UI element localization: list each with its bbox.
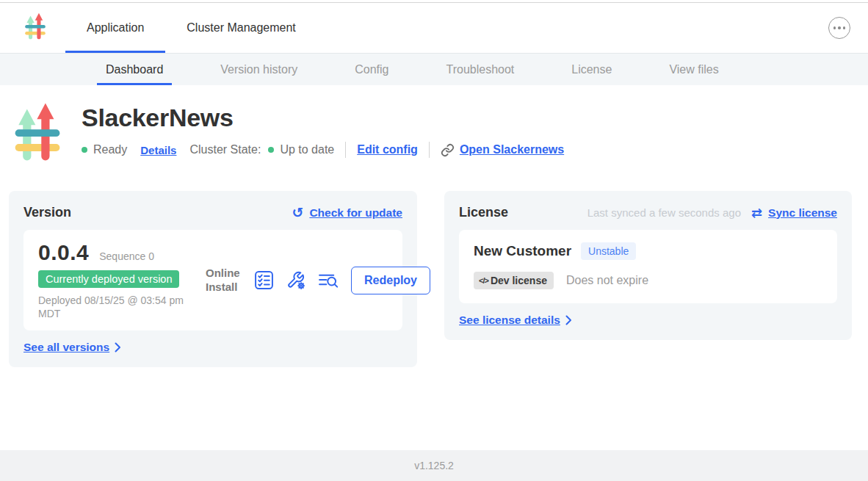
- app-header: SlackerNews Ready Details Cluster State:…: [13, 102, 852, 166]
- subnav-tab-license[interactable]: License: [546, 54, 637, 85]
- license-card: License Last synced a few seconds ago ⇄ …: [444, 191, 852, 340]
- ellipsis-dot: [838, 26, 841, 29]
- subnav-tab-version-history[interactable]: Version history: [195, 54, 322, 85]
- top-nav-right: [828, 3, 850, 53]
- license-expiration: Does not expire: [566, 274, 648, 287]
- subnav-tab-view-files-label: View files: [669, 63, 718, 76]
- version-card-title: Version: [23, 205, 71, 220]
- version-sequence: Sequence 0: [99, 250, 154, 262]
- link-chain-icon: [441, 143, 455, 157]
- app-status-row: Ready Details Cluster State: Up to date …: [82, 142, 564, 158]
- license-card-title: License: [459, 205, 508, 220]
- brand-logo[interactable]: [24, 3, 46, 53]
- app-status-dot: [82, 147, 87, 153]
- tab-application-label: Application: [87, 21, 144, 35]
- subnav-tab-license-label: License: [571, 63, 612, 76]
- subnav-tab-view-files[interactable]: View files: [644, 54, 743, 85]
- cluster-state-dot: [268, 147, 274, 153]
- version-number-row: 0.0.4 Sequence 0: [38, 240, 206, 265]
- tab-cluster-management[interactable]: Cluster Management: [165, 3, 317, 53]
- current-version-info: 0.0.4 Sequence 0 Currently deployed vers…: [38, 240, 206, 320]
- deployed-timestamp: Deployed 08/15/25 @ 03:54 pm MDT: [38, 294, 201, 320]
- code-icon: </>: [479, 276, 488, 285]
- preflight-checks-icon[interactable]: [254, 270, 274, 290]
- tab-cluster-management-label: Cluster Management: [187, 21, 296, 35]
- app-logo-icon: [13, 102, 62, 166]
- see-license-details-link[interactable]: See license details: [459, 314, 560, 327]
- see-all-versions-link[interactable]: See all versions: [23, 341, 109, 354]
- customer-name: New Customer: [474, 243, 571, 259]
- subnav-tab-dashboard[interactable]: Dashboard: [81, 54, 188, 85]
- version-card-actions: ↺ Check for update: [292, 206, 402, 220]
- subnav-tab-config-label: Config: [355, 63, 388, 76]
- license-details-panel: New Customer Unstable </> Dev license Do…: [459, 230, 837, 303]
- chevron-right-icon: [565, 315, 572, 325]
- open-app-link[interactable]: Open Slackernews: [460, 143, 564, 156]
- version-number: 0.0.4: [38, 240, 89, 265]
- subnav-tab-dashboard-label: Dashboard: [106, 63, 163, 76]
- subnav-tab-troubleshoot[interactable]: Troubleshoot: [421, 54, 539, 85]
- license-type-label: Dev license: [491, 275, 547, 286]
- deploy-logs-icon[interactable]: [318, 270, 339, 290]
- cluster-state-value: Up to date: [280, 143, 334, 156]
- overflow-menu-button[interactable]: [828, 17, 850, 39]
- channel-badge: Unstable: [581, 242, 636, 260]
- ellipsis-dot: [833, 26, 836, 29]
- license-type-row: </> Dev license Does not expire: [474, 272, 822, 289]
- customer-row: New Customer Unstable: [474, 242, 822, 260]
- license-card-actions: Last synced a few seconds ago ⇄ Sync lic…: [587, 206, 837, 220]
- tab-application[interactable]: Application: [65, 3, 165, 53]
- dashboard-content: SlackerNews Ready Details Cluster State:…: [0, 85, 868, 450]
- version-actions-group: Online Install: [206, 267, 430, 294]
- ellipsis-dot: [843, 26, 846, 29]
- divider: [429, 142, 430, 158]
- current-version-panel: 0.0.4 Sequence 0 Currently deployed vers…: [23, 230, 402, 330]
- app-sub-nav: Dashboard Version history Config Trouble…: [0, 53, 868, 85]
- edit-config-link[interactable]: Edit config: [357, 143, 418, 156]
- slackernews-logo-icon: [24, 12, 46, 43]
- app-info: SlackerNews Ready Details Cluster State:…: [82, 102, 564, 166]
- app-title: SlackerNews: [82, 104, 564, 132]
- status-details-link[interactable]: Details: [140, 144, 176, 156]
- see-all-versions-row: See all versions: [23, 341, 402, 354]
- admin-console-page: Application Cluster Management Dashboard…: [0, 0, 868, 481]
- app-status-label: Ready: [93, 143, 127, 156]
- sync-license-link[interactable]: Sync license: [768, 206, 837, 220]
- config-wrench-icon[interactable]: [286, 270, 306, 291]
- license-type-badge: </> Dev license: [474, 272, 554, 289]
- subnav-tab-version-history-label: Version history: [220, 63, 297, 76]
- dashboard-cards: Version ↺ Check for update 0.0.4 Sequenc…: [9, 191, 852, 367]
- refresh-icon: ↺: [292, 206, 303, 220]
- divider: [345, 142, 346, 158]
- top-nav: Application Cluster Management: [0, 3, 868, 53]
- see-license-details-row: See license details: [459, 314, 837, 327]
- subnav-tab-config[interactable]: Config: [330, 54, 413, 85]
- deployed-status-badge: Currently deployed version: [38, 270, 179, 288]
- redeploy-button[interactable]: Redeploy: [351, 267, 430, 294]
- console-footer: v1.125.2: [0, 450, 868, 481]
- version-card: Version ↺ Check for update 0.0.4 Sequenc…: [9, 191, 417, 367]
- install-type-label: Online Install: [206, 267, 242, 294]
- last-synced-label: Last synced a few seconds ago: [587, 206, 741, 219]
- cluster-state-label: Cluster State:: [189, 143, 261, 156]
- chevron-right-icon: [115, 342, 121, 352]
- license-card-header: License Last synced a few seconds ago ⇄ …: [459, 205, 837, 220]
- sync-icon: ⇄: [751, 206, 762, 220]
- check-for-update-link[interactable]: Check for update: [309, 206, 402, 220]
- version-card-header: Version ↺ Check for update: [23, 205, 402, 220]
- subnav-tab-troubleshoot-label: Troubleshoot: [446, 63, 514, 76]
- console-version-label: v1.125.2: [414, 460, 454, 471]
